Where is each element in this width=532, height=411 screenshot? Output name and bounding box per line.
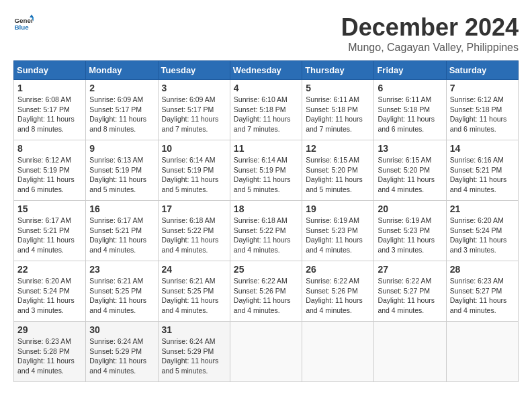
- day-number: 1: [17, 83, 82, 93]
- day-number: 30: [89, 324, 154, 335]
- day-info: Sunrise: 6:09 AM Sunset: 5:17 PM Dayligh…: [162, 95, 219, 133]
- col-sunday: Sunday: [14, 61, 86, 80]
- day-info: Sunrise: 6:22 AM Sunset: 5:27 PM Dayligh…: [378, 277, 435, 314]
- table-row: 16 Sunrise: 6:17 AM Sunset: 5:21 PM Dayl…: [86, 201, 158, 261]
- table-row: 9 Sunrise: 6:13 AM Sunset: 5:19 PM Dayli…: [86, 140, 158, 201]
- col-wednesday: Wednesday: [230, 61, 302, 80]
- table-row: 12 Sunrise: 6:15 AM Sunset: 5:20 PM Dayl…: [302, 140, 374, 201]
- svg-text:General: General: [15, 17, 34, 24]
- day-info: Sunrise: 6:16 AM Sunset: 5:21 PM Dayligh…: [450, 156, 507, 193]
- table-row: 11 Sunrise: 6:14 AM Sunset: 5:19 PM Dayl…: [230, 140, 302, 201]
- table-row: 17 Sunrise: 6:18 AM Sunset: 5:22 PM Dayl…: [158, 201, 230, 261]
- title-area: December 2024 Mungo, Cagayan Valley, Phi…: [341, 13, 519, 54]
- location-subtitle: Mungo, Cagayan Valley, Philippines: [341, 42, 519, 54]
- day-number: 18: [234, 203, 298, 214]
- day-info: Sunrise: 6:12 AM Sunset: 5:19 PM Dayligh…: [17, 156, 75, 193]
- day-info: Sunrise: 6:20 AM Sunset: 5:24 PM Dayligh…: [450, 216, 507, 254]
- day-number: 22: [17, 264, 82, 275]
- col-tuesday: Tuesday: [158, 61, 230, 80]
- day-number: 17: [162, 203, 226, 214]
- day-info: Sunrise: 6:14 AM Sunset: 5:19 PM Dayligh…: [234, 156, 291, 193]
- table-row: 26 Sunrise: 6:22 AM Sunset: 5:26 PM Dayl…: [302, 261, 374, 322]
- day-number: 10: [162, 143, 226, 154]
- day-info: Sunrise: 6:21 AM Sunset: 5:25 PM Dayligh…: [162, 277, 219, 314]
- day-number: 13: [378, 143, 442, 154]
- day-number: 12: [306, 143, 370, 154]
- day-number: 23: [89, 264, 154, 275]
- table-row: 19 Sunrise: 6:19 AM Sunset: 5:23 PM Dayl…: [302, 201, 374, 261]
- table-row: 18 Sunrise: 6:18 AM Sunset: 5:22 PM Dayl…: [230, 201, 302, 261]
- day-number: 4: [234, 83, 298, 93]
- table-row: [446, 322, 518, 382]
- col-saturday: Saturday: [446, 61, 518, 80]
- calendar-row: 15 Sunrise: 6:17 AM Sunset: 5:21 PM Dayl…: [14, 201, 519, 261]
- table-row: 10 Sunrise: 6:14 AM Sunset: 5:19 PM Dayl…: [158, 140, 230, 201]
- day-info: Sunrise: 6:11 AM Sunset: 5:18 PM Dayligh…: [378, 95, 435, 133]
- table-row: 31 Sunrise: 6:24 AM Sunset: 5:29 PM Dayl…: [158, 322, 230, 382]
- svg-marker-2: [30, 15, 34, 18]
- day-number: 28: [450, 264, 515, 275]
- day-number: 26: [306, 264, 370, 275]
- table-row: 5 Sunrise: 6:11 AM Sunset: 5:18 PM Dayli…: [302, 80, 374, 140]
- month-title: December 2024: [341, 13, 519, 42]
- day-info: Sunrise: 6:22 AM Sunset: 5:26 PM Dayligh…: [306, 277, 363, 314]
- day-number: 21: [450, 203, 515, 214]
- day-info: Sunrise: 6:23 AM Sunset: 5:28 PM Dayligh…: [17, 337, 75, 375]
- day-number: 6: [378, 83, 442, 93]
- day-number: 15: [17, 203, 82, 214]
- day-number: 29: [17, 324, 82, 335]
- calendar-row: 8 Sunrise: 6:12 AM Sunset: 5:19 PM Dayli…: [14, 140, 519, 201]
- day-info: Sunrise: 6:18 AM Sunset: 5:22 PM Dayligh…: [234, 216, 291, 254]
- calendar-row: 1 Sunrise: 6:08 AM Sunset: 5:17 PM Dayli…: [14, 80, 519, 140]
- day-number: 24: [162, 264, 226, 275]
- day-number: 9: [89, 143, 154, 154]
- logo-icon: General Blue: [13, 13, 34, 34]
- table-row: 15 Sunrise: 6:17 AM Sunset: 5:21 PM Dayl…: [14, 201, 86, 261]
- table-row: 30 Sunrise: 6:24 AM Sunset: 5:29 PM Dayl…: [86, 322, 158, 382]
- col-thursday: Thursday: [302, 61, 374, 80]
- col-friday: Friday: [374, 61, 446, 80]
- day-info: Sunrise: 6:22 AM Sunset: 5:26 PM Dayligh…: [234, 277, 291, 314]
- table-row: 20 Sunrise: 6:19 AM Sunset: 5:23 PM Dayl…: [374, 201, 446, 261]
- table-row: 29 Sunrise: 6:23 AM Sunset: 5:28 PM Dayl…: [14, 322, 86, 382]
- table-row: 7 Sunrise: 6:12 AM Sunset: 5:18 PM Dayli…: [446, 80, 518, 140]
- table-row: 3 Sunrise: 6:09 AM Sunset: 5:17 PM Dayli…: [158, 80, 230, 140]
- day-number: 14: [450, 143, 515, 154]
- table-row: 28 Sunrise: 6:23 AM Sunset: 5:27 PM Dayl…: [446, 261, 518, 322]
- day-info: Sunrise: 6:10 AM Sunset: 5:18 PM Dayligh…: [234, 95, 291, 133]
- svg-text:Blue: Blue: [15, 24, 30, 31]
- table-row: 22 Sunrise: 6:20 AM Sunset: 5:24 PM Dayl…: [14, 261, 86, 322]
- calendar-row: 22 Sunrise: 6:20 AM Sunset: 5:24 PM Dayl…: [14, 261, 519, 322]
- table-row: 23 Sunrise: 6:21 AM Sunset: 5:25 PM Dayl…: [86, 261, 158, 322]
- day-number: 25: [234, 264, 298, 275]
- table-row: 14 Sunrise: 6:16 AM Sunset: 5:21 PM Dayl…: [446, 140, 518, 201]
- day-number: 31: [162, 324, 226, 335]
- table-row: 4 Sunrise: 6:10 AM Sunset: 5:18 PM Dayli…: [230, 80, 302, 140]
- day-info: Sunrise: 6:17 AM Sunset: 5:21 PM Dayligh…: [17, 216, 75, 254]
- day-number: 20: [378, 203, 442, 214]
- day-info: Sunrise: 6:11 AM Sunset: 5:18 PM Dayligh…: [306, 95, 363, 133]
- day-info: Sunrise: 6:19 AM Sunset: 5:23 PM Dayligh…: [378, 216, 435, 254]
- day-info: Sunrise: 6:08 AM Sunset: 5:17 PM Dayligh…: [17, 95, 75, 133]
- day-info: Sunrise: 6:23 AM Sunset: 5:27 PM Dayligh…: [450, 277, 507, 314]
- day-info: Sunrise: 6:17 AM Sunset: 5:21 PM Dayligh…: [89, 216, 146, 254]
- table-row: 27 Sunrise: 6:22 AM Sunset: 5:27 PM Dayl…: [374, 261, 446, 322]
- col-monday: Monday: [86, 61, 158, 80]
- calendar-table: Sunday Monday Tuesday Wednesday Thursday…: [13, 60, 519, 382]
- table-row: [302, 322, 374, 382]
- day-info: Sunrise: 6:12 AM Sunset: 5:18 PM Dayligh…: [450, 95, 507, 133]
- day-info: Sunrise: 6:15 AM Sunset: 5:20 PM Dayligh…: [378, 156, 435, 193]
- table-row: 2 Sunrise: 6:09 AM Sunset: 5:17 PM Dayli…: [86, 80, 158, 140]
- header: General Blue December 2024 Mungo, Cagaya…: [13, 13, 519, 54]
- day-number: 5: [306, 83, 370, 93]
- table-row: 6 Sunrise: 6:11 AM Sunset: 5:18 PM Dayli…: [374, 80, 446, 140]
- day-number: 27: [378, 264, 442, 275]
- day-info: Sunrise: 6:21 AM Sunset: 5:25 PM Dayligh…: [89, 277, 146, 314]
- day-info: Sunrise: 6:20 AM Sunset: 5:24 PM Dayligh…: [17, 277, 75, 314]
- day-number: 19: [306, 203, 370, 214]
- table-row: 8 Sunrise: 6:12 AM Sunset: 5:19 PM Dayli…: [14, 140, 86, 201]
- table-row: 13 Sunrise: 6:15 AM Sunset: 5:20 PM Dayl…: [374, 140, 446, 201]
- day-info: Sunrise: 6:18 AM Sunset: 5:22 PM Dayligh…: [162, 216, 219, 254]
- table-row: 24 Sunrise: 6:21 AM Sunset: 5:25 PM Dayl…: [158, 261, 230, 322]
- header-row: Sunday Monday Tuesday Wednesday Thursday…: [14, 61, 519, 80]
